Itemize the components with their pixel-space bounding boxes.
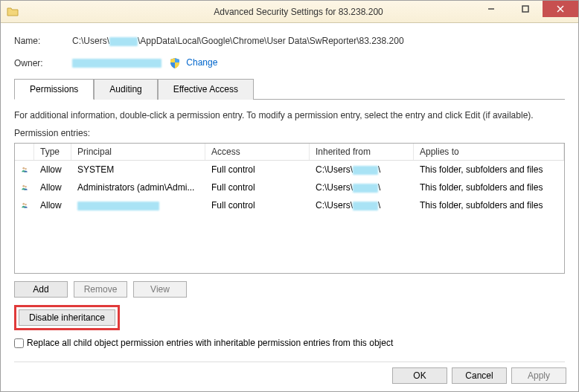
replace-label: Replace all child object permission entr…: [27, 338, 393, 348]
disable-inheritance-button[interactable]: Disable inheritance: [19, 309, 115, 326]
svg-point-8: [22, 203, 25, 205]
change-owner-link[interactable]: Change: [186, 57, 217, 68]
principal-icon: [15, 198, 34, 213]
cell-inherited: C:\Users\\: [310, 181, 414, 194]
separator: [14, 362, 565, 362]
owner-row: Owner: Change: [14, 56, 565, 71]
cell-access: Full control: [205, 181, 310, 194]
view-button: View: [133, 281, 187, 298]
svg-line-2: [557, 6, 563, 12]
svg-rect-1: [522, 6, 528, 12]
tab-permissions[interactable]: Permissions: [14, 79, 94, 100]
owner-label: Owner:: [14, 58, 72, 68]
titlebar: Advanced Security Settings for 83.238.20…: [1, 1, 578, 23]
tab-effective-access[interactable]: Effective Access: [158, 79, 254, 100]
entry-buttons: Add Remove View: [14, 281, 565, 298]
folder-icon: [7, 6, 19, 18]
principal-icon: [15, 162, 34, 177]
col-applies[interactable]: Applies to: [414, 144, 564, 160]
cell-access: Full control: [205, 199, 310, 212]
grid-body: AllowSYSTEMFull controlC:\Users\\This fo…: [15, 161, 564, 214]
cell-principal: [71, 199, 205, 212]
tab-auditing[interactable]: Auditing: [94, 79, 157, 100]
entries-label: Permission entries:: [14, 128, 565, 138]
col-inherited[interactable]: Inherited from: [310, 144, 414, 160]
disable-inheritance-highlight: Disable inheritance: [14, 305, 120, 330]
add-button[interactable]: Add: [14, 281, 68, 298]
svg-point-7: [25, 186, 27, 188]
col-type[interactable]: Type: [34, 144, 71, 160]
cancel-button[interactable]: Cancel: [452, 367, 507, 384]
cell-applies: This folder, subfolders and files: [414, 163, 564, 176]
security-settings-window: Advanced Security Settings for 83.238.20…: [0, 0, 579, 392]
owner-value: Change: [72, 57, 217, 69]
table-row[interactable]: AllowSYSTEMFull controlC:\Users\\This fo…: [15, 161, 564, 179]
redacted-user: [109, 37, 138, 46]
grid-header: Type Principal Access Inherited from App…: [15, 144, 564, 161]
cell-applies: This folder, subfolders and files: [414, 181, 564, 194]
minimize-button[interactable]: [474, 1, 508, 17]
cell-principal: SYSTEM: [71, 163, 205, 176]
cell-inherited: C:\Users\\: [310, 199, 414, 212]
replace-checkbox-row: Replace all child object permission entr…: [14, 338, 565, 348]
svg-line-3: [557, 6, 563, 12]
name-label: Name:: [14, 36, 72, 46]
shield-icon: [169, 57, 181, 69]
replace-checkbox[interactable]: [14, 338, 24, 348]
cell-principal: Administrators (admin\Admi...: [71, 181, 205, 194]
close-button[interactable]: [543, 1, 578, 17]
table-row[interactable]: AllowAdministrators (admin\Admi...Full c…: [15, 179, 564, 196]
ok-button[interactable]: OK: [392, 367, 447, 384]
remove-button: Remove: [74, 281, 127, 298]
tabs: PermissionsAuditingEffective Access: [14, 78, 565, 100]
svg-point-9: [25, 204, 27, 206]
cell-type: Allow: [34, 163, 71, 176]
cell-inherited: C:\Users\\: [310, 163, 414, 176]
cell-access: Full control: [205, 163, 310, 176]
svg-point-4: [22, 167, 25, 170]
svg-point-5: [25, 168, 27, 170]
dialog-buttons: OK Cancel Apply: [392, 367, 566, 384]
svg-point-6: [22, 185, 25, 187]
cell-type: Allow: [34, 181, 71, 194]
window-controls: [474, 1, 578, 17]
cell-type: Allow: [34, 199, 71, 212]
apply-button: Apply: [511, 367, 566, 384]
content-area: Name: C:\Users\\AppData\Local\Google\Chr…: [1, 23, 578, 371]
name-value: C:\Users\\AppData\Local\Google\Chrome\Us…: [72, 36, 404, 46]
redacted-owner: [72, 59, 161, 68]
name-row: Name: C:\Users\\AppData\Local\Google\Chr…: [14, 33, 565, 48]
col-principal[interactable]: Principal: [71, 144, 205, 160]
permission-grid[interactable]: Type Principal Access Inherited from App…: [14, 143, 565, 274]
col-access[interactable]: Access: [205, 144, 310, 160]
info-text: For additional information, double-click…: [14, 110, 565, 121]
table-row[interactable]: AllowFull controlC:\Users\\This folder, …: [15, 196, 564, 214]
cell-applies: This folder, subfolders and files: [414, 199, 564, 212]
principal-icon: [15, 180, 34, 195]
maximize-button[interactable]: [508, 1, 543, 17]
